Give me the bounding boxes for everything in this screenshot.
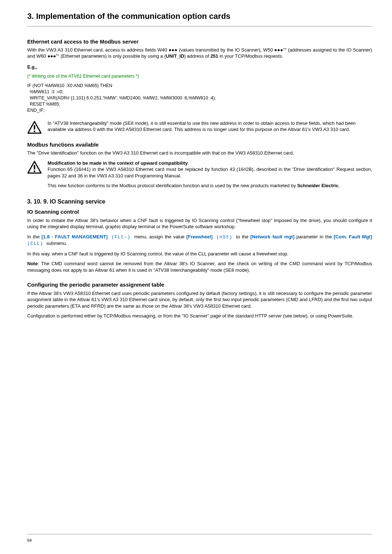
text-fragment: ) [127,234,134,240]
text-fragment: Function 65 (16#41) in the VW3 A58310 Et… [48,166,372,179]
text-fragment: : The CMD command word cannot be removed… [27,261,372,273]
text-fragment: . [338,183,340,188]
segment-code-flt: FLt- [115,234,127,240]
text-fragment: ) [229,234,236,240]
text-fragment: ) [40,241,46,246]
svg-rect-3 [34,171,35,172]
text-fragment: parameter in the [294,234,334,239]
io-scan-paragraph-3: In this way, when a CNF fault is trigger… [27,251,372,257]
text-fragment: ) address of [184,53,210,59]
menu-freewheel: [Freewheel] [186,234,212,239]
text-fragment: submenu. [46,241,67,246]
text-fragment: In the [27,234,41,239]
warning-block-2: Modification to be made in the context o… [27,160,372,189]
warning-subheading: Modification to be made in the context o… [48,160,188,166]
example-label: E.g., [27,64,372,70]
page-title: 3. Implementation of the communication o… [27,11,372,22]
text-fragment: This new function conforms to the Modbus… [48,182,372,189]
note-label: Note [27,261,38,266]
unit-id-label: UNIT_ID [166,53,184,59]
text-fragment: This new function conforms to the Modbus… [48,183,297,188]
warning-block-1: In "ATV38 Interchangeability" mode (SE8 … [27,120,372,134]
warning-text-1: In "ATV38 Interchangeability" mode (SE8 … [48,120,372,133]
warning-icon [27,161,42,174]
unit-id-value: 251 [211,53,219,59]
heading-modbus-functions: Modbus functions available [27,141,372,148]
periodic-paragraph-1: If the Altivar 38's VW3 A58310 Ethernet … [27,290,372,309]
text-fragment: in your TCP/Modbus requests. [218,53,283,59]
code-block: IF (NOT %MW810 :X0 AND %M65) THEN %MW811… [27,83,372,113]
svg-rect-0 [34,125,35,130]
text-fragment: to the [236,234,250,239]
io-scan-paragraph-2: In the [1.8 - FAULT MANAGEMENT] (FLt-) m… [27,234,372,247]
heading-periodic-table: Configuring the periodic parameter assig… [27,281,372,288]
text-fragment: menu, assign the value [134,234,187,239]
segment-code-nst: nSt [220,234,229,240]
menu-fault-management: [1.8 - FAULT MANAGEMENT] [41,234,107,239]
svg-rect-1 [34,131,35,132]
text-fragment: ( [107,234,114,240]
periodic-paragraph-2: Configuration is performed either by TCP… [27,313,372,319]
footer-divider [27,534,372,534]
text-fragment: ( [27,241,30,246]
code-comment: (* Writing one of the ATV61 Ethernet car… [27,73,372,79]
text-fragment: ( [213,234,220,240]
heading-io-scanning: 3. 10. 9. IO Scanning service [27,198,372,206]
segment-code-cll: CLL [30,241,40,246]
svg-rect-2 [34,165,35,169]
ethernet-access-paragraph: With the VW3 A3 310 Ethernet card, acces… [27,47,372,59]
warning-text-2: Modification to be made in the context o… [48,160,372,189]
heading-io-scanning-control: IO Scanning control [27,208,372,216]
io-scan-note: Note: The CMD command word cannot be rem… [27,260,372,273]
menu-network-fault: [Network fault mgt] [250,234,295,239]
warning-icon [27,121,42,134]
menu-com-fault: [Com. Fault Mgt] [334,234,372,239]
modbus-paragraph: The "Drive Identification" function on t… [27,150,372,156]
text-fragment: In "ATV38 Interchangeability" mode (SE8 … [48,120,356,132]
heading-ethernet-access: Ethernet card access to the Modbus serve… [27,38,372,45]
io-scan-paragraph-1: In order to imitate the Altivar 38's beh… [27,217,372,230]
page-number: 64 [27,538,32,543]
title-divider [27,26,372,26]
brand-name: Schneider Electric [297,183,338,188]
